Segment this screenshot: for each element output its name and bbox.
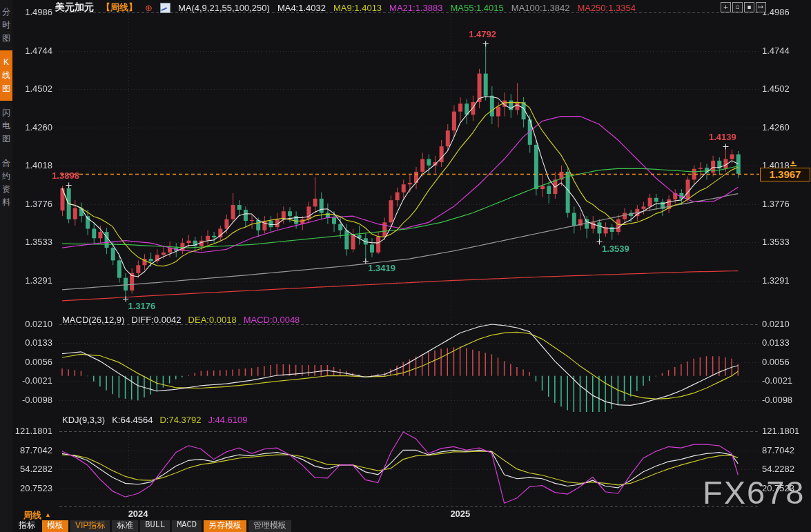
ma-settings-label: MA(4,9,21,55,100,250) <box>178 3 270 13</box>
pane-right-icon[interactable]: ↦ <box>756 2 766 12</box>
tab-模板[interactable]: 模板 <box>42 520 68 532</box>
tab-MACD[interactable]: MACD <box>172 520 202 532</box>
kdj-settings-label: KDJ(9,3,3) <box>62 415 105 425</box>
chevron-up-icon: ▲ <box>45 511 51 518</box>
tab-BULL[interactable]: BULL <box>140 520 170 532</box>
tab-VIP指标[interactable]: VIP指标 <box>70 520 110 532</box>
macd-title-row: MACD(26,12,9) DIFF:0.0042 DEA:0.0018 MAC… <box>62 315 300 325</box>
macd-diff-value: DIFF:0.0042 <box>131 315 181 325</box>
scroll-to-latest-icon[interactable]: ▲ <box>789 159 797 166</box>
kdj-j-value: J:44.6109 <box>208 415 247 425</box>
chart-header: 美元加元 【周线】 ⊕ MA(4,9,21,55,100,250) MA4:1.… <box>55 1 636 14</box>
macd-macd-value: MACD:0.0048 <box>244 315 300 325</box>
ma9-value: MA9:1.4013 <box>333 3 382 13</box>
kdj-title-row: KDJ(9,3,3) K:64.4564 D:74.3792 J:44.6109 <box>62 415 248 425</box>
tab-另存模板[interactable]: 另存模板 <box>204 520 246 532</box>
footer-tabs: 指标模板VIP指标标准BULLMACD另存模板管理模板 <box>14 520 291 532</box>
chart-type-sidebar: 分时图K线图闪电图合约资料 <box>0 0 12 532</box>
tab-指标[interactable]: 指标 <box>14 520 40 532</box>
ma4-value: MA4:1.4032 <box>277 3 326 13</box>
sidebar-item-K线图[interactable]: K线图 <box>0 50 12 101</box>
sidebar-item-分时图[interactable]: 分时图 <box>0 0 12 50</box>
period-tag: 【周线】 <box>101 1 137 14</box>
ma-values: MA4:1.4032MA9:1.4013MA21:1.3883MA55:1.40… <box>277 3 636 13</box>
ma21-value: MA21:1.3883 <box>389 3 442 13</box>
current-price-tag: 1.3967 <box>760 168 810 181</box>
tab-标准[interactable]: 标准 <box>112 520 138 532</box>
sidebar-item-合约资料[interactable]: 合约资料 <box>0 151 12 215</box>
symbol-name: 美元加元 <box>55 1 94 14</box>
macd-dea-value: DEA:0.0018 <box>188 315 237 325</box>
fit-view-icon[interactable]: ▫ <box>732 2 743 12</box>
chart-style-icon[interactable] <box>160 3 170 13</box>
macd-settings-label: MACD(26,12,9) <box>62 315 124 325</box>
kdj-d-value: D:74.3792 <box>159 415 201 425</box>
period-selector-label: 周线 <box>23 510 41 520</box>
ma250-value: MA250:1.3354 <box>577 3 636 13</box>
charting-app: 分时图K线图闪电图合约资料 美元加元 【周线】 ⊕ MA(4,9,21,55,1… <box>0 0 811 532</box>
kdj-k-value: K:64.4564 <box>112 415 153 425</box>
watermark: FX678 <box>703 473 805 511</box>
target-icon[interactable]: ⊕ <box>145 3 153 13</box>
chart-canvas[interactable] <box>0 0 811 532</box>
sidebar-item-闪电图[interactable]: 闪电图 <box>0 101 12 151</box>
ma100-value: MA100:1.3842 <box>511 3 570 13</box>
chart-toolbar: +▫▪↦ <box>721 2 766 12</box>
ma55-value: MA55:1.4015 <box>450 3 503 13</box>
axis-scale-icon[interactable]: ▪ <box>744 2 754 12</box>
tab-管理模板[interactable]: 管理模板 <box>248 520 291 532</box>
crosshair-icon[interactable]: + <box>721 2 731 12</box>
